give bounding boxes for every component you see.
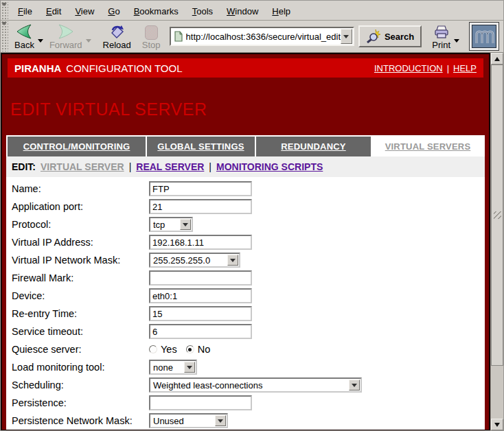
form-row-virtual-ip-mask: Virtual IP Network Mask: 255.255.255.0 (6, 251, 485, 269)
quiesce-yes-label: Yes (161, 344, 177, 355)
page-proxy-icon[interactable] (174, 31, 183, 42)
subnav-prefix: EDIT: (12, 161, 36, 172)
reload-button[interactable]: Reload (100, 23, 135, 51)
menu-window[interactable]: Window (220, 3, 265, 19)
real-server-link[interactable]: REAL SERVER (136, 161, 204, 172)
back-label: Back (14, 40, 34, 50)
service-timeout-input[interactable] (149, 324, 252, 339)
tab-global-settings[interactable]: GLOBAL SETTINGS (147, 137, 255, 156)
link-separator: | (447, 63, 449, 73)
print-icon (433, 23, 450, 40)
page-content: CONTROL/MONITORING GLOBAL SETTINGS REDUN… (6, 135, 485, 430)
mozilla-logo-icon (472, 25, 496, 48)
firewall-mark-input[interactable] (149, 270, 252, 286)
selected-value: tcp (153, 220, 180, 230)
field-label: Persistence Network Mask: (12, 415, 149, 426)
tab-virtual-servers[interactable]: VIRTUAL SERVERS (372, 137, 483, 156)
print-label: Print (432, 40, 450, 50)
brand-subtitle: CONFIGURATION TOOL (66, 62, 182, 74)
page-title: EDIT VIRTUAL SERVER (2, 78, 489, 119)
form-row-persistence: Persistence: (6, 394, 485, 412)
scroll-up-icon (494, 54, 500, 61)
menu-go[interactable]: Go (101, 3, 126, 19)
form-row-load-monitoring: Load monitoring tool: none (6, 358, 485, 376)
quiesce-no-radio[interactable] (186, 345, 194, 353)
scrollbar-thumb[interactable] (491, 65, 503, 366)
field-label: Persistence: (12, 397, 149, 408)
field-label: Load monitoring tool: (12, 362, 149, 373)
forward-label: Forward (49, 40, 82, 50)
tab-redundancy[interactable]: REDUNDANCY (256, 137, 371, 156)
field-label: Firewall Mark: (12, 272, 149, 283)
introduction-link[interactable]: INTRODUCTION (374, 63, 443, 73)
form-row-name: Name: (6, 180, 485, 198)
search-button[interactable]: Search (358, 25, 422, 47)
url-history-dropdown[interactable] (341, 29, 352, 44)
virtual-ip-netmask-select[interactable]: 255.255.255.0 (149, 253, 240, 268)
menu-bookmarks[interactable]: Bookmarks (127, 3, 185, 19)
tab-bar: CONTROL/MONITORING GLOBAL SETTINGS REDUN… (6, 135, 485, 156)
search-label: Search (385, 32, 414, 42)
navigation-toolbar: Back Forward Reload (1, 21, 503, 53)
back-button[interactable]: Back (11, 23, 38, 51)
quiesce-yes-radio[interactable] (149, 345, 157, 353)
url-bar (170, 27, 354, 46)
virtual-ip-input[interactable] (149, 235, 252, 250)
reload-label: Reload (103, 40, 131, 50)
field-label: Device: (12, 290, 149, 301)
scrollbar-track[interactable] (491, 65, 503, 419)
form-row-quiesce-server: Quiesce server: Yes No (6, 340, 485, 358)
scroll-up-button[interactable] (491, 53, 503, 65)
back-dropdown-icon[interactable] (38, 39, 43, 45)
protocol-select[interactable]: tcp (149, 217, 193, 232)
monitoring-scripts-link[interactable]: MONITORING SCRIPTS (216, 161, 323, 172)
toolbar-grippy[interactable] (1, 21, 8, 51)
menu-file[interactable]: File (11, 3, 39, 19)
reload-icon (108, 23, 125, 40)
field-label: Scheduling: (12, 380, 149, 391)
back-arrow-icon (15, 23, 33, 40)
toolbar-grippy[interactable] (1, 2, 8, 20)
menu-edit[interactable]: Edit (39, 3, 68, 19)
subnav-separator: | (209, 161, 211, 172)
help-link[interactable]: HELP (453, 63, 477, 73)
form-row-firewall-mark: Firewall Mark: (6, 269, 485, 287)
selected-value: none (153, 362, 184, 373)
forward-dropdown-icon[interactable] (86, 39, 91, 45)
print-button[interactable]: Print (428, 23, 454, 51)
menu-view[interactable]: View (68, 3, 101, 19)
mozilla-logo-button[interactable] (469, 22, 499, 51)
brand-name: PIRANHA (14, 62, 61, 74)
tab-control-monitoring[interactable]: CONTROL/MONITORING (8, 137, 146, 156)
stop-button[interactable]: Stop (139, 23, 164, 51)
form-row-reentry-time: Re-entry Time: (6, 305, 485, 323)
virtual-server-form: Name: Application port: Protocol: tcp (6, 177, 485, 430)
device-input[interactable] (149, 288, 252, 303)
field-label: Re-entry Time: (12, 308, 149, 319)
dropdown-arrow-icon (349, 380, 360, 391)
url-input[interactable] (186, 32, 341, 42)
field-label: Virtual IP Address: (12, 237, 149, 248)
form-row-application-port: Application port: (6, 198, 485, 216)
scroll-down-icon (494, 423, 500, 430)
dropdown-arrow-icon (215, 415, 226, 426)
field-label: Service timeout: (12, 326, 149, 337)
scroll-down-button[interactable] (491, 419, 503, 430)
menu-tools[interactable]: Tools (185, 3, 220, 19)
vertical-scrollbar (490, 53, 503, 430)
menu-help[interactable]: Help (265, 3, 297, 19)
menu-bar: File Edit View Go Bookmarks Tools Window… (1, 1, 503, 21)
print-dropdown-icon[interactable] (454, 39, 459, 45)
form-row-device: Device: (6, 287, 485, 305)
forward-button[interactable]: Forward (46, 23, 86, 51)
load-monitoring-select[interactable]: none (149, 360, 197, 375)
scheduling-select[interactable]: Weighted least-connections (149, 377, 362, 393)
persistence-netmask-select[interactable]: Unused (149, 413, 228, 428)
forward-arrow-icon (57, 23, 75, 40)
reentry-time-input[interactable] (149, 306, 252, 321)
browser-window: File Edit View Go Bookmarks Tools Window… (0, 0, 504, 431)
application-port-input[interactable] (149, 199, 252, 214)
dropdown-arrow-icon (227, 255, 238, 266)
persistence-input[interactable] (149, 395, 252, 410)
name-input[interactable] (149, 181, 252, 196)
